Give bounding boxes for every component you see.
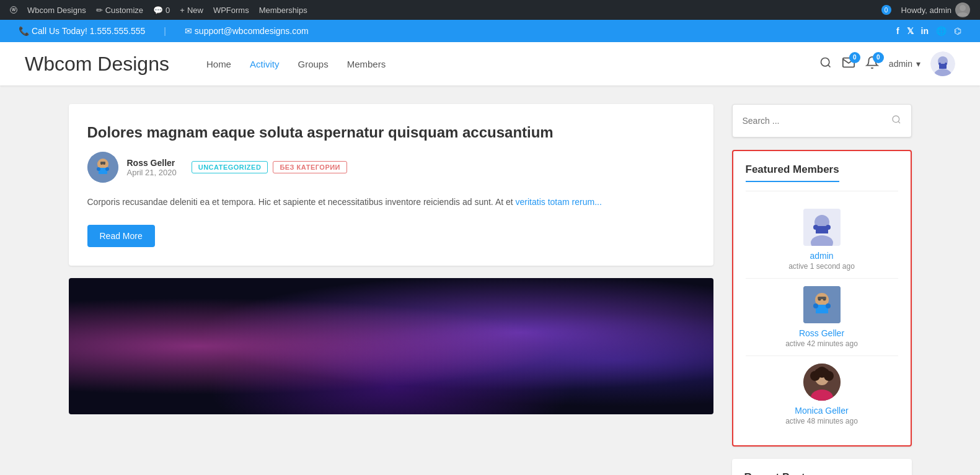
nav-activity[interactable]: Activity xyxy=(250,59,280,69)
admin-notif-badge: 0 xyxy=(881,5,891,15)
recent-posts-title: Recent Posts xyxy=(744,471,811,475)
member-status-ross: active 42 minutes ago xyxy=(785,339,858,348)
comments-count: 0 xyxy=(166,6,170,15)
site-title[interactable]: Wbcom Designs xyxy=(25,53,169,76)
messages-button[interactable]: 0 xyxy=(842,56,855,72)
post-author-name: Ross Geller xyxy=(127,158,177,168)
search-widget xyxy=(732,104,912,137)
divider: | xyxy=(164,26,166,36)
tag-bez-kategorii[interactable]: БЕЗ КАТЕГОРИИ xyxy=(273,161,347,173)
post-author-avatar xyxy=(87,152,118,183)
new-link[interactable]: + New xyxy=(175,0,208,20)
comments-link[interactable]: 💬 0 xyxy=(148,0,175,20)
wbcom-label: Wbcom Designs xyxy=(27,6,86,15)
post-title: Dolores magnam eaque soluta aspernatur q… xyxy=(87,123,695,142)
post-excerpt: Corporis recusandae deleniti ea et tempo… xyxy=(87,195,695,210)
customize-icon: ✏ xyxy=(96,6,103,15)
wpforms-link[interactable]: WPForms xyxy=(208,0,254,20)
svg-point-26 xyxy=(826,225,831,230)
twitter-icon[interactable]: 𝕏 xyxy=(907,26,914,36)
svg-point-3 xyxy=(821,58,829,66)
comments-icon: 💬 xyxy=(153,6,163,15)
svg-point-30 xyxy=(813,303,818,308)
tag-uncategorized[interactable]: UNCATEGORIZED xyxy=(192,161,268,173)
svg-point-9 xyxy=(938,63,941,65)
member-status-admin: active 1 second ago xyxy=(788,262,855,271)
search-input[interactable] xyxy=(743,116,891,126)
nav-groups[interactable]: Groups xyxy=(298,59,328,69)
new-label: New xyxy=(187,6,203,15)
github-icon[interactable]: ⌬ xyxy=(954,26,961,36)
social-icons: f 𝕏 in 🌐 ⌬ xyxy=(896,26,961,36)
svg-point-2 xyxy=(960,5,966,11)
notification-count-admin[interactable]: 0 xyxy=(876,0,896,20)
site-header: Wbcom Designs Home Activity Groups Membe… xyxy=(0,42,980,85)
alerts-badge: 0 xyxy=(873,52,884,63)
member-avatar-admin[interactable] xyxy=(803,209,841,246)
featured-members-widget: Featured Members admin active 1 second a… xyxy=(732,150,912,447)
member-status-monica: active 48 minutes ago xyxy=(785,417,858,425)
member-item-ross: Ross Geller active 42 minutes ago xyxy=(746,279,898,356)
contact-bar: 📞 Call Us Today! 1.555.555.555 | ✉ suppo… xyxy=(0,20,980,42)
nav-members[interactable]: Members xyxy=(347,59,386,69)
phone-text: Call Us Today! 1.555.555.555 xyxy=(32,26,145,36)
svg-text:W: W xyxy=(12,7,16,12)
svg-point-25 xyxy=(813,225,818,230)
phone-icon: 📞 xyxy=(19,26,29,36)
user-label: admin xyxy=(889,59,912,69)
admin-bar: W Wbcom Designs ✏ Customize 💬 0 + New WP… xyxy=(0,0,980,20)
search-toggle-button[interactable] xyxy=(819,56,832,72)
nav-home[interactable]: Home xyxy=(206,59,231,69)
svg-point-31 xyxy=(826,303,831,308)
post-date: April 21, 2020 xyxy=(127,168,177,177)
wp-logo[interactable]: W xyxy=(5,1,22,19)
admin-avatar-small xyxy=(955,2,970,17)
member-avatar-ross[interactable] xyxy=(803,286,841,323)
member-item-admin: admin active 1 second ago xyxy=(746,201,898,279)
svg-point-10 xyxy=(945,63,947,65)
messages-badge: 0 xyxy=(849,52,860,63)
featured-members-title: Featured Members xyxy=(746,163,839,182)
memberships-label: Memberships xyxy=(259,6,307,15)
member-item-monica: Monica Geller active 48 minutes ago xyxy=(746,356,898,433)
wbcom-designs-link[interactable]: Wbcom Designs xyxy=(22,0,91,20)
post-image-card xyxy=(69,278,713,414)
excerpt-link[interactable]: veritatis totam rerum... xyxy=(516,197,602,207)
svg-point-14 xyxy=(97,167,100,171)
howdy-menu[interactable]: Howdy, admin xyxy=(896,0,975,20)
globe-icon[interactable]: 🌐 xyxy=(936,26,947,36)
admin-bar-right: 0 Howdy, admin xyxy=(876,0,975,20)
svg-line-20 xyxy=(898,121,900,123)
svg-point-42 xyxy=(821,368,829,377)
svg-point-15 xyxy=(105,167,109,171)
svg-rect-18 xyxy=(100,162,105,163)
member-avatar-monica[interactable] xyxy=(803,364,841,401)
memberships-link[interactable]: Memberships xyxy=(254,0,312,20)
plus-icon: + xyxy=(180,6,185,15)
chevron-down-icon: ▾ xyxy=(916,59,920,69)
header-user-avatar[interactable] xyxy=(930,51,955,76)
notifications-button[interactable]: 0 xyxy=(865,56,879,72)
user-menu[interactable]: admin ▾ xyxy=(889,59,920,69)
email-text: support@wbcomdesigns.com xyxy=(195,26,309,36)
member-name-monica[interactable]: Monica Geller xyxy=(795,406,848,416)
email-info: ✉ support@wbcomdesigns.com xyxy=(185,26,309,36)
customize-link[interactable]: ✏ Customize xyxy=(91,0,148,20)
read-more-button[interactable]: Read More xyxy=(87,225,155,247)
featured-divider xyxy=(746,191,898,191)
customize-label: Customize xyxy=(105,6,143,15)
wpforms-label: WPForms xyxy=(213,6,249,15)
linkedin-icon[interactable]: in xyxy=(921,26,929,36)
facebook-icon[interactable]: f xyxy=(896,26,899,36)
nebula-image xyxy=(69,278,713,414)
sidebar: Featured Members admin active 1 second a… xyxy=(732,104,912,475)
email-icon: ✉ xyxy=(185,26,192,36)
search-icon xyxy=(891,115,901,127)
howdy-text: Howdy, admin xyxy=(901,6,951,15)
contact-bar-inner: 📞 Call Us Today! 1.555.555.555 | ✉ suppo… xyxy=(6,26,974,36)
header-right: 0 0 admin ▾ xyxy=(819,51,955,76)
post-tags: UNCATEGORIZED БЕЗ КАТЕГОРИИ xyxy=(192,161,347,173)
recent-posts-widget: Recent Posts xyxy=(732,459,912,475)
member-name-ross[interactable]: Ross Geller xyxy=(799,328,844,338)
member-name-admin[interactable]: admin xyxy=(810,251,833,261)
